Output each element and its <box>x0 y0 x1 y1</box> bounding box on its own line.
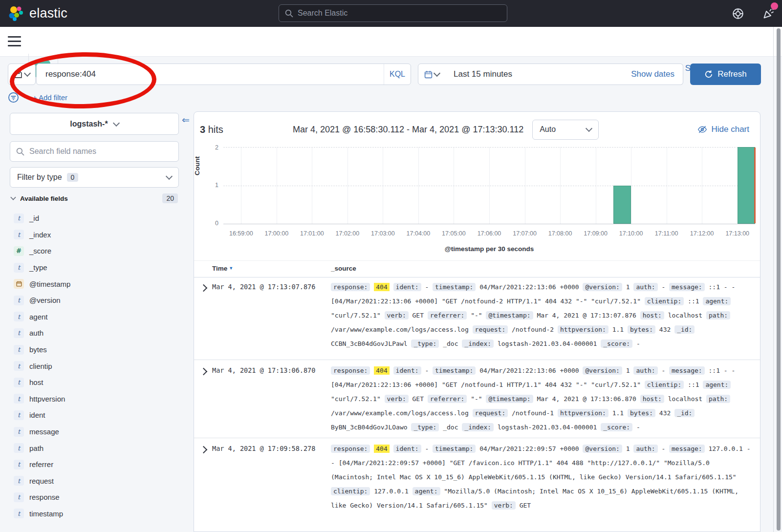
field-name-pill: verb: <box>385 395 409 403</box>
field-value: logstash-2021.03.04-000001 <box>498 424 597 431</box>
field-value: 1 <box>626 445 630 452</box>
expand-row-icon[interactable] <box>200 368 208 376</box>
field-item-type[interactable]: t_type <box>14 259 180 276</box>
x-tick-label: 17:10:00 <box>619 230 643 237</box>
field-item-score[interactable]: #_score <box>14 243 180 259</box>
string-type-icon: t <box>14 312 24 321</box>
y-tick-label: 2 <box>212 144 218 151</box>
field-name: agent <box>29 313 48 321</box>
field-item-ident[interactable]: tident <box>14 407 180 424</box>
time-column-header[interactable]: Time▼ <box>212 265 233 272</box>
string-type-icon: t <box>14 263 24 273</box>
field-item-bytes[interactable]: tbytes <box>14 341 180 358</box>
expand-row-icon[interactable] <box>200 446 208 454</box>
field-value: ::1 <box>688 381 699 388</box>
help-icon[interactable] <box>732 7 744 20</box>
field-item-path[interactable]: tpath <box>14 440 180 456</box>
field-value: 432 <box>659 409 671 417</box>
nav-bar: D Discover New Save Open Share Inspect <box>0 27 782 57</box>
expand-row-icon[interactable] <box>200 284 208 292</box>
index-pattern-switcher[interactable]: logstash-* <box>10 113 179 135</box>
add-filter-button[interactable]: + Add filter <box>33 93 67 102</box>
save-query-icon <box>14 70 22 79</box>
field-name-pill: clientip: <box>645 297 684 305</box>
field-name-pill: @timestamp: <box>486 395 533 403</box>
field-item-request[interactable]: trequest <box>14 473 180 489</box>
doc-source-cell: response: 404 ident: - timestamp: 04/Mar… <box>331 363 753 434</box>
show-dates-button[interactable]: Show dates <box>631 69 683 79</box>
query-input[interactable]: response:404 KQL <box>36 64 411 85</box>
x-axis-title: @timestamp per 30 seconds <box>223 245 755 253</box>
field-value: localhost <box>668 312 702 319</box>
field-name-pill: bytes: <box>628 409 655 417</box>
filter-icon[interactable] <box>8 92 19 103</box>
field-search-input[interactable]: Search field names <box>10 141 179 162</box>
field-item-timestamp[interactable]: ttimestamp <box>14 506 180 522</box>
field-item-clientip[interactable]: tclientip <box>14 358 180 374</box>
interval-value: Auto <box>540 125 556 134</box>
elastic-logo-icon <box>8 5 24 22</box>
doc-table-row: Mar 4, 2021 @ 17:09:58.278 response: 404… <box>194 438 760 532</box>
interval-select[interactable]: Auto <box>532 120 599 140</box>
available-fields-count: 20 <box>162 193 178 203</box>
field-name-pill: host: <box>640 311 664 319</box>
query-language-button[interactable]: KQL <box>384 64 411 85</box>
field-item-response[interactable]: tresponse <box>14 489 180 506</box>
string-type-icon: t <box>14 361 24 371</box>
global-search-input[interactable]: Search Elastic <box>279 4 507 22</box>
field-item-id[interactable]: t_id <box>14 210 180 227</box>
hide-chart-label: Hide chart <box>712 125 749 134</box>
chevron-down-icon <box>586 125 592 132</box>
histogram-bar[interactable] <box>613 186 631 224</box>
refresh-label: Refresh <box>717 69 747 79</box>
field-item-httpversion[interactable]: thttpversion <box>14 391 180 407</box>
saved-query-menu-button[interactable] <box>8 64 36 85</box>
filter-by-type-label: Filter by type <box>17 173 62 182</box>
field-item-auth[interactable]: tauth <box>14 325 180 341</box>
field-value: 04/Mar/2021:22:09:57 +0000 <box>479 445 579 452</box>
x-tick-label: 17:04:00 <box>407 230 431 237</box>
field-value: - <box>636 424 640 431</box>
chevron-down-icon <box>23 70 30 77</box>
string-type-icon: t <box>14 296 24 305</box>
field-value: ::1 <box>688 298 699 305</box>
refresh-button[interactable]: Refresh <box>690 64 761 85</box>
field-name-pill: message: <box>669 445 705 453</box>
filter-divider: – <box>24 93 28 101</box>
sort-desc-icon: ▼ <box>229 266 233 271</box>
histogram-chart[interactable]: 16:59:0017:00:0017:01:0017:02:0017:03:00… <box>223 147 755 224</box>
field-item-message[interactable]: tmessage <box>14 424 180 440</box>
collapse-sidebar-icon[interactable]: ⇐ <box>182 114 190 126</box>
field-value: /var/www/example.com/logs/access.log <box>331 326 469 333</box>
doc-table-header: Time▼ _source <box>194 260 760 277</box>
field-item-index[interactable]: t_index <box>14 227 180 243</box>
menu-hamburger-icon[interactable] <box>8 36 21 46</box>
time-range-picker[interactable]: Last 15 minutes Show dates <box>445 64 683 85</box>
scrollbar-thumb[interactable] <box>777 28 781 531</box>
field-item-agent[interactable]: tagent <box>14 309 180 325</box>
field-item-host[interactable]: thost <box>14 374 180 391</box>
field-name: response <box>29 493 60 501</box>
highlighted-value: 404 <box>374 283 389 291</box>
field-item-version[interactable]: t@version <box>14 292 180 309</box>
x-tick-label: 17:01:00 <box>300 230 324 237</box>
histogram-bar[interactable] <box>738 147 755 224</box>
field-value: - <box>661 367 665 374</box>
field-value: Mar 4, 2021 @ 17:13:07.876 <box>537 312 636 319</box>
field-item-timestamp[interactable]: @timestamp <box>14 276 180 292</box>
time-range-value: Last 15 minutes <box>445 69 631 79</box>
elastic-logo[interactable]: elastic <box>8 5 67 22</box>
doc-table-row: Mar 4, 2021 @ 17:13:06.870 response: 404… <box>194 360 760 438</box>
field-name-pill: agent: <box>413 487 440 495</box>
filter-by-type-dropdown[interactable]: Filter by type 0 <box>10 167 179 188</box>
hide-chart-button[interactable]: Hide chart <box>697 125 749 134</box>
notification-dot <box>771 2 778 10</box>
date-picker-calendar-button[interactable] <box>418 64 446 85</box>
available-fields-header[interactable]: Available fields 20 <box>11 193 178 203</box>
field-name-pill: auth: <box>633 445 657 453</box>
field-value: - <box>425 283 429 291</box>
x-tick-label: 17:03:00 <box>371 230 395 237</box>
field-item-referrer[interactable]: treferrer <box>14 456 180 473</box>
field-name-pill: @timestamp: <box>486 311 533 319</box>
field-name-pill: path: <box>706 311 730 319</box>
